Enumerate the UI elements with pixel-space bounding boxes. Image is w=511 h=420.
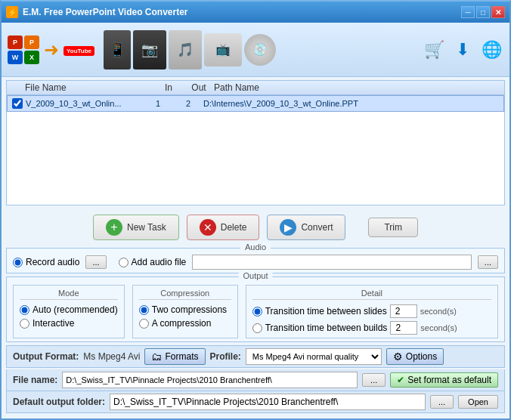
logo-block: P P W X <box>8 36 39 64</box>
one-compression-label[interactable]: A compression <box>139 318 231 329</box>
builds-detail-text: Transition time between builds <box>265 323 388 333</box>
options-label: Options <box>406 351 437 362</box>
device-player-icon: 🎵 <box>169 30 202 69</box>
interactive-mode-radio[interactable] <box>20 319 29 329</box>
auto-mode-text: Auto (recommended) <box>33 304 118 315</box>
logo-sq-green: X <box>24 51 39 64</box>
record-audio-radio[interactable] <box>13 258 23 267</box>
new-task-button[interactable]: + New Task <box>93 215 179 240</box>
slides-unit: second(s) <box>420 307 457 316</box>
table-row[interactable]: V_2009_10_3_wt_Onlin... 1 2 D:\Internes\… <box>7 95 504 112</box>
output-folder-bar: Default output folder: D:\_Swiss_IT_TV\P… <box>6 391 505 413</box>
arrow-icon: ➜ <box>41 39 62 60</box>
file-path-cell: D:\Internes\V_2009_10_3_wt_Online.PPT <box>203 99 499 108</box>
output-folder-value: D:\_Swiss_IT_TV\Pinnacle Projects\2010 B… <box>110 394 426 410</box>
delete-icon: ✕ <box>200 219 216 236</box>
check-icon: ✔ <box>397 375 404 385</box>
output-folder-label: Default output folder: <box>13 397 105 407</box>
device-tablet-icon: 📺 <box>204 33 242 66</box>
two-compressions-label[interactable]: Two compressions <box>139 304 231 315</box>
record-audio-label[interactable]: Record audio <box>13 257 79 267</box>
options-icon: ⚙ <box>393 351 403 363</box>
open-folder-button[interactable]: Open <box>458 395 498 409</box>
add-audio-label[interactable]: Add audio file <box>119 257 187 267</box>
file-list: File Name In Out Path Name V_2009_10_3_w… <box>6 80 505 205</box>
new-task-label: New Task <box>127 222 166 233</box>
audio-row: Record audio ... Add audio file ... <box>13 255 498 270</box>
set-default-button[interactable]: ✔ Set format as default <box>390 372 498 388</box>
title-bar-buttons: ─ □ ✕ <box>461 6 505 18</box>
maximize-button[interactable]: □ <box>476 6 490 18</box>
device-icons: 📱 📷 🎵 📺 💿 <box>104 30 276 69</box>
formats-label: Formats <box>165 351 198 362</box>
record-audio-browse-button[interactable]: ... <box>85 255 106 269</box>
output-format-label: Output Format: <box>13 351 79 362</box>
device-phone-icon: 📱 <box>104 30 131 69</box>
app-icon: ⚡ <box>6 6 18 18</box>
formats-button[interactable]: 🗂 Formats <box>144 348 205 365</box>
profile-select[interactable]: Ms Mpeg4 Avi normal quality <box>246 348 382 365</box>
slides-detail-text: Transition time between slides <box>265 306 387 317</box>
auto-mode-radio[interactable] <box>20 305 29 315</box>
play-icon: ▶ <box>280 219 296 236</box>
toolbar-right: 🛒 ⬇ 🌐 <box>422 38 503 62</box>
audio-section-title: Audio <box>240 242 271 252</box>
builds-spin-input[interactable] <box>390 321 417 335</box>
filename-bar: File name: ... ✔ Set format as default <box>6 369 505 391</box>
file-name-cell: V_2009_10_3_wt_Onlin... <box>26 99 143 108</box>
device-disc-icon: 💿 <box>244 34 276 66</box>
download-icon[interactable]: ⬇ <box>451 38 475 62</box>
one-compression-radio[interactable] <box>139 319 149 329</box>
help-icon[interactable]: 🌐 <box>479 38 503 62</box>
app-logo: P P W X ➜ YouTube <box>8 36 94 64</box>
interactive-mode-text: Interactive <box>33 318 74 329</box>
two-compressions-radio[interactable] <box>139 305 149 315</box>
device-camera-icon: 📷 <box>133 30 166 69</box>
output-section: Output Mode Auto (recommended) Interacti… <box>6 276 505 342</box>
file-out-cell: 2 <box>173 99 203 108</box>
cart-icon[interactable]: 🛒 <box>422 38 446 62</box>
slides-detail-row: Transition time between slides second(s) <box>252 304 491 318</box>
add-audio-browse-button[interactable]: ... <box>478 255 498 269</box>
mode-col: Mode Auto (recommended) Interactive <box>13 285 125 338</box>
convert-button[interactable]: ▶ Convert <box>267 215 345 240</box>
col-filename-header: File Name <box>25 82 153 93</box>
logo-sq-orange: P <box>24 36 39 49</box>
set-default-label: Set format as default <box>407 375 491 385</box>
one-compression-text: A compression <box>152 318 212 329</box>
folder-browse-button[interactable]: ... <box>430 395 454 409</box>
logo-sq-blue: W <box>8 51 23 64</box>
youtube-logo: YouTube <box>63 46 94 56</box>
plus-icon: + <box>106 219 122 236</box>
close-button[interactable]: ✕ <box>491 6 505 18</box>
minimize-button[interactable]: ─ <box>461 6 475 18</box>
slides-detail-radio[interactable] <box>252 307 262 317</box>
col-path-header: Path Name <box>214 82 500 93</box>
action-buttons: + New Task ✕ Delete ▶ Convert Trim <box>2 208 509 246</box>
col-out-header: Out <box>184 82 214 93</box>
add-audio-radio[interactable] <box>119 258 129 267</box>
file-checkbox[interactable] <box>12 98 23 109</box>
trim-button[interactable]: Trim <box>368 218 418 237</box>
add-audio-text: Add audio file <box>132 257 187 267</box>
delete-label: Delete <box>221 222 247 233</box>
two-compressions-text: Two compressions <box>152 304 227 315</box>
options-button[interactable]: ⚙ Options <box>386 348 444 365</box>
builds-detail-radio[interactable] <box>252 323 262 333</box>
auto-mode-label[interactable]: Auto (recommended) <box>20 304 118 315</box>
format-bar: Output Format: Ms Mpeg4 Avi 🗂 Formats Pr… <box>6 345 505 368</box>
delete-button[interactable]: ✕ Delete <box>187 215 260 240</box>
output-section-title: Output <box>238 271 272 280</box>
filename-browse-button[interactable]: ... <box>362 373 386 387</box>
compression-title: Compression <box>139 289 231 300</box>
filename-input[interactable] <box>62 372 358 388</box>
formats-icon: 🗂 <box>151 351 162 363</box>
audio-section: Audio Record audio ... Add audio file ..… <box>6 248 505 273</box>
audio-file-input[interactable] <box>192 255 472 270</box>
folder-path: D:\_Swiss_IT_TV\Pinnacle Projects\2010 B… <box>113 397 338 407</box>
detail-title: Detail <box>252 289 491 300</box>
slides-spin-input[interactable] <box>390 304 417 318</box>
detail-col: Detail Transition time between slides se… <box>246 285 498 338</box>
col-in-header: In <box>153 82 184 93</box>
interactive-mode-label[interactable]: Interactive <box>20 318 118 329</box>
